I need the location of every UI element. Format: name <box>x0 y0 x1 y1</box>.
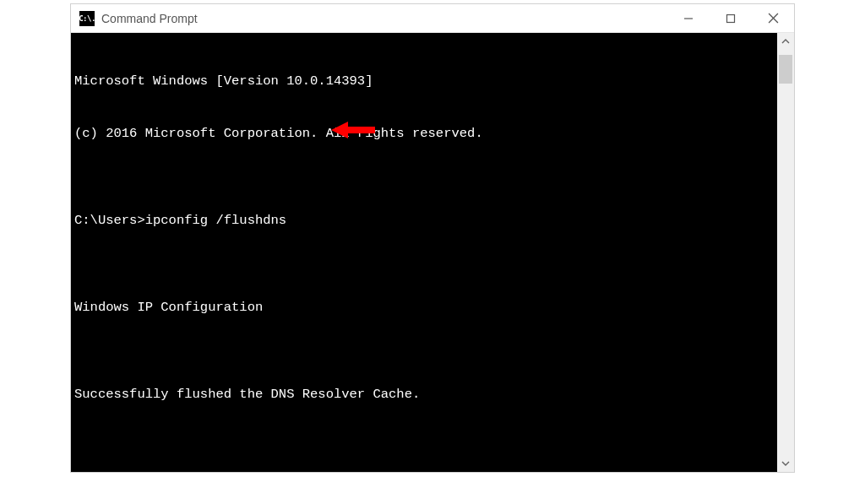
app-icon: C:\. <box>79 11 95 26</box>
chevron-up-icon <box>781 36 791 46</box>
console-line: Successfully flushed the DNS Resolver Ca… <box>74 386 774 404</box>
console-line: Windows IP Configuration <box>74 299 774 317</box>
scrollbar-track[interactable] <box>777 50 794 455</box>
client-area: Microsoft Windows [Version 10.0.14393] (… <box>71 33 794 472</box>
scroll-up-button[interactable] <box>777 33 794 50</box>
console-line: (c) 2016 Microsoft Corporation. All righ… <box>74 125 774 143</box>
scrollbar-thumb[interactable] <box>779 55 792 84</box>
window-title: Command Prompt <box>101 12 198 25</box>
app-icon-text: C:\. <box>79 14 95 23</box>
close-icon <box>768 13 779 24</box>
console-line: Microsoft Windows [Version 10.0.14393] <box>74 73 774 90</box>
vertical-scrollbar[interactable] <box>777 33 794 472</box>
chevron-down-icon <box>781 458 791 469</box>
svg-rect-1 <box>727 14 735 22</box>
minimize-button[interactable] <box>667 4 710 33</box>
maximize-button[interactable] <box>710 4 752 33</box>
maximize-icon <box>726 14 736 24</box>
console-output[interactable]: Microsoft Windows [Version 10.0.14393] (… <box>71 33 777 472</box>
scroll-down-button[interactable] <box>777 455 794 472</box>
minimize-icon <box>683 14 694 24</box>
command-prompt-window: C:\. Command Prompt Microsoft Windows [V… <box>70 3 795 473</box>
console-line: C:\Users>ipconfig /flushdns <box>74 212 774 230</box>
titlebar[interactable]: C:\. Command Prompt <box>71 4 794 33</box>
close-button[interactable] <box>752 4 794 33</box>
